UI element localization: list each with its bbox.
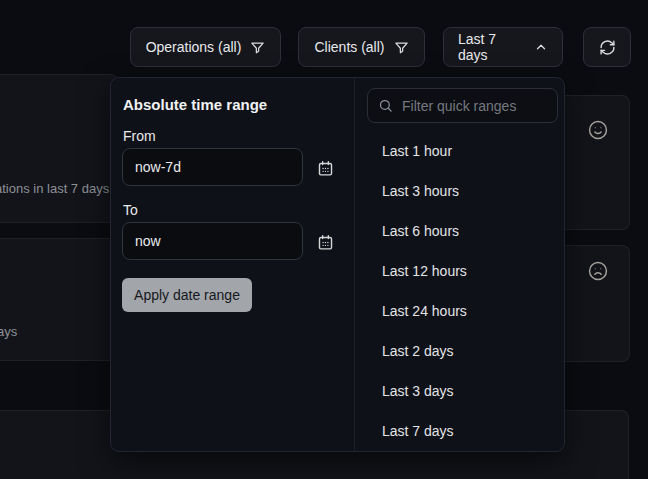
- quick-range-option[interactable]: Last 6 hours: [355, 211, 563, 251]
- quick-range-option[interactable]: Last 3 hours: [355, 171, 563, 211]
- to-input[interactable]: [122, 222, 303, 260]
- operations-filter-button[interactable]: Operations (all): [130, 27, 281, 67]
- from-label: From: [123, 128, 156, 144]
- quick-range-option[interactable]: Last 3 days: [355, 371, 563, 411]
- refresh-button[interactable]: [583, 27, 631, 67]
- time-range-label: Last 7 days: [458, 31, 525, 63]
- dashboard-screen: ations in last 7 days ays Operations (al…: [0, 0, 648, 479]
- background-panel-operations: [0, 74, 118, 223]
- filter-quick-ranges-input[interactable]: [367, 88, 558, 123]
- quick-range-option[interactable]: Last 2 days: [355, 331, 563, 371]
- smiley-face-icon: [587, 119, 609, 141]
- background-panel-left-2: [0, 238, 118, 361]
- absolute-time-range-title: Absolute time range: [123, 96, 267, 113]
- apply-date-range-button[interactable]: Apply date range: [122, 278, 252, 312]
- filter-funnel-icon: [250, 40, 265, 55]
- clients-filter-button[interactable]: Clients (all): [298, 27, 425, 67]
- quick-range-option[interactable]: Last 24 hours: [355, 291, 563, 331]
- clients-filter-label: Clients (all): [314, 39, 384, 55]
- to-label: To: [123, 202, 138, 218]
- from-input[interactable]: [122, 148, 303, 186]
- chevron-up-icon: [534, 40, 548, 54]
- filter-funnel-icon: [394, 40, 409, 55]
- refresh-icon: [599, 39, 616, 56]
- background-panel-operations-title: ations in last 7 days: [0, 181, 109, 196]
- quick-range-list: Last 1 hourLast 3 hoursLast 6 hoursLast …: [355, 131, 563, 451]
- quick-range-search: [367, 88, 558, 123]
- calendar-icon[interactable]: [317, 233, 335, 251]
- operations-filter-label: Operations (all): [146, 39, 242, 55]
- frown-face-icon: [587, 260, 609, 282]
- time-picker-dropdown: Absolute time range From To: [110, 77, 565, 452]
- quick-range-option[interactable]: Last 1 hour: [355, 131, 563, 171]
- quick-range-option[interactable]: Last 12 hours: [355, 251, 563, 291]
- background-panel-left-2-title: ays: [0, 324, 17, 339]
- time-range-button[interactable]: Last 7 days: [443, 27, 563, 67]
- quick-range-option[interactable]: Last 7 days: [355, 411, 563, 451]
- calendar-icon[interactable]: [317, 159, 335, 177]
